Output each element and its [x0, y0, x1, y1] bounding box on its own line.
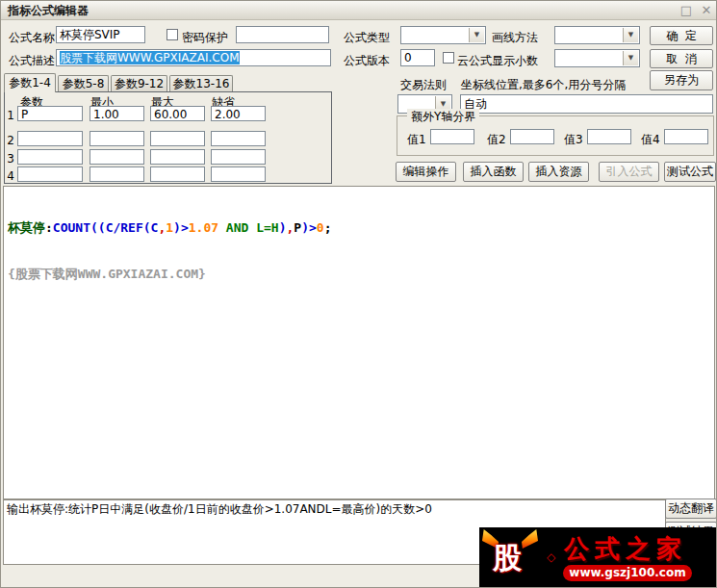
- formula-type-value: 其他类型: [419, 42, 465, 44]
- value4-input[interactable]: [664, 129, 708, 144]
- param-default-input[interactable]: [211, 149, 266, 165]
- param-default-input[interactable]: 2.00: [211, 106, 266, 121]
- insert-resource-button[interactable]: 插入资源: [528, 162, 589, 182]
- stock-logo-icon: 股: [493, 539, 522, 578]
- value2-input[interactable]: [510, 129, 554, 144]
- chevron-down-icon[interactable]: ▼: [623, 51, 638, 65]
- param-min-input[interactable]: [90, 166, 144, 182]
- param-default-input[interactable]: [211, 166, 266, 182]
- param-row-number: 4: [6, 169, 15, 183]
- password-checkbox[interactable]: [166, 29, 178, 40]
- cancel-button[interactable]: 取 消: [650, 49, 713, 68]
- tab-params-5-8[interactable]: 参数5-8: [58, 75, 109, 91]
- formula-desc-label: 公式描述: [9, 53, 55, 69]
- param-max-input[interactable]: 60.00: [150, 106, 205, 121]
- coord-position-input[interactable]: 自动: [460, 94, 713, 114]
- coord-position-label: 坐标线位置,最多6个,用分号分隔: [461, 77, 626, 93]
- selected-text: 股票下载网WWW.GPXIAZAI.COM: [60, 51, 240, 64]
- test-formula-button[interactable]: 测试公式: [664, 162, 716, 182]
- draw-method-label: 画线方法: [492, 30, 538, 46]
- formula-desc-input[interactable]: 股票下载网WWW.GPXIAZAI.COM: [56, 49, 331, 66]
- formula-name-label: 公式名称: [9, 30, 55, 46]
- cloud-formula-label: 云公式: [457, 53, 492, 69]
- import-formula-button: 引入公式: [599, 162, 659, 182]
- formula-name-input[interactable]: 杯莫停SVIP: [56, 26, 145, 43]
- value1-label: 值1: [407, 132, 426, 148]
- decimal-value: 缺省位数: [573, 65, 619, 67]
- param-max-input[interactable]: [150, 149, 205, 165]
- tab-params-1-4[interactable]: 参数1-4: [4, 73, 56, 92]
- formula-version-input[interactable]: 0: [400, 49, 435, 66]
- window-title: 指标公式编辑器: [8, 3, 89, 19]
- param-min-input[interactable]: [90, 131, 144, 146]
- decimal-select[interactable]: 缺省位数 ▼: [554, 49, 640, 67]
- banner-url: www.gszj100.com: [563, 565, 692, 581]
- formula-editor-dialog: 指标公式编辑器 □ ✕ 公式名称 杯莫停SVIP 密码保护 公式类型 其他类型 …: [0, 0, 717, 588]
- edit-operation-button[interactable]: 编辑操作: [396, 162, 456, 182]
- draw-method-select[interactable]: 副图 ▼: [554, 26, 640, 44]
- titlebar: 指标公式编辑器 □ ✕: [1, 1, 717, 20]
- tab-params-9-12[interactable]: 参数9-12: [111, 75, 167, 91]
- code-line-2: {股票下载网WWW.GPXIAZAI.COM}: [8, 267, 710, 282]
- save-as-button[interactable]: 另存为: [650, 70, 713, 90]
- chevron-down-icon[interactable]: ▼: [469, 28, 484, 42]
- cloud-formula-checkbox[interactable]: [443, 52, 454, 64]
- bull-horn-icon: [522, 529, 538, 549]
- logo-banner: 股 ◇ 公式之家 www.gszj100.com: [479, 527, 717, 588]
- param-input[interactable]: [17, 166, 83, 182]
- formula-version-label: 公式版本: [344, 53, 390, 69]
- password-input[interactable]: [236, 26, 329, 43]
- code-line-1: 杯莫停:COUNT((C/REF(C,1)>1.07 AND L=H),P)>0…: [8, 220, 710, 236]
- param-input[interactable]: [17, 131, 83, 146]
- chevron-down-icon[interactable]: ▼: [623, 28, 638, 42]
- extra-yaxis-legend: 额外Y轴分界: [407, 109, 479, 125]
- formula-type-label: 公式类型: [344, 30, 390, 46]
- param-min-input[interactable]: [90, 149, 144, 165]
- password-label: 密码保护: [182, 30, 228, 46]
- param-min-input[interactable]: 1.00: [90, 106, 144, 121]
- param-row-number: 2: [6, 134, 15, 147]
- insert-function-button[interactable]: 插入函数: [463, 162, 524, 182]
- param-input[interactable]: P: [17, 106, 83, 121]
- param-default-input[interactable]: [211, 131, 266, 146]
- value1-input[interactable]: [430, 129, 474, 144]
- ok-button[interactable]: 确 定: [650, 26, 713, 45]
- value3-input[interactable]: [587, 129, 631, 144]
- maximize-icon[interactable]: □: [678, 3, 695, 17]
- param-max-input[interactable]: [150, 131, 205, 146]
- diamond-icon: ◇: [547, 550, 555, 564]
- formula-code-editor[interactable]: 杯莫停:COUNT((C/REF(C,1)>1.07 AND L=H),P)>0…: [3, 186, 715, 499]
- value2-label: 值2: [487, 132, 506, 148]
- value4-label: 值4: [641, 132, 660, 148]
- tab-params-13-16[interactable]: 参数13-16: [169, 75, 233, 91]
- value3-label: 值3: [564, 132, 583, 148]
- decimal-label: 显示小数: [492, 53, 538, 69]
- draw-method-value: 副图: [573, 42, 596, 44]
- trade-rule-label: 交易法则: [400, 77, 447, 93]
- formula-type-select[interactable]: 其他类型 ▼: [400, 26, 486, 44]
- param-max-input[interactable]: [150, 166, 205, 182]
- param-row-number: 1: [6, 109, 15, 122]
- banner-title: 公式之家: [564, 532, 687, 566]
- dynamic-translate-button[interactable]: 动态翻译: [665, 499, 717, 519]
- close-icon[interactable]: ✕: [698, 3, 715, 17]
- param-row-number: 3: [6, 152, 15, 166]
- param-input[interactable]: [17, 149, 83, 165]
